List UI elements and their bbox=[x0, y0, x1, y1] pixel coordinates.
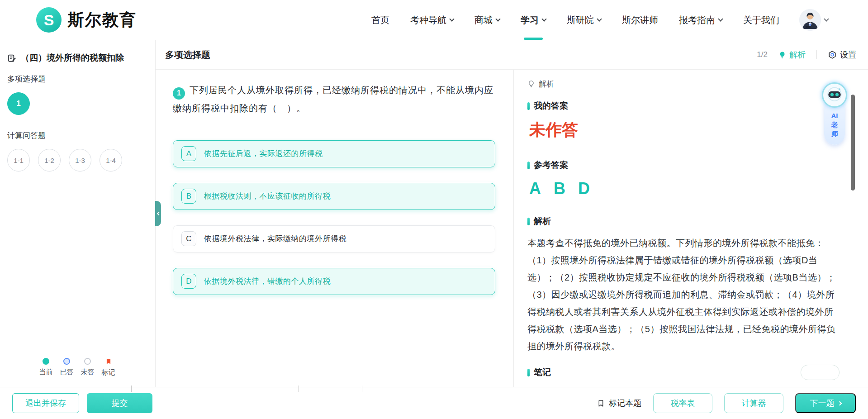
divider-tick bbox=[362, 386, 362, 392]
submit-button[interactable]: 提交 bbox=[87, 393, 152, 413]
option-d-key: D bbox=[181, 274, 196, 289]
question-circle-1-1[interactable]: 1-1 bbox=[7, 149, 30, 171]
footer-tools: 标记本题 税率表 计算器 下一题 bbox=[597, 393, 856, 413]
main-area: （四）境外所得的税额扣除 多项选择题 1 计算问答题 1-1 1-2 1-3 1… bbox=[0, 40, 868, 387]
header-tools: 1/2 解析 bbox=[757, 49, 856, 60]
question-circle-1-2[interactable]: 1-2 bbox=[38, 149, 61, 171]
analysis-header-label: 解析 bbox=[539, 79, 554, 89]
settings-hexagon-icon bbox=[828, 50, 837, 59]
chevron-down-icon bbox=[824, 16, 829, 21]
mark-question-button[interactable]: 标记本题 bbox=[597, 398, 641, 409]
sidebar-collapse-handle[interactable] bbox=[155, 201, 161, 226]
analysis-panel-header: 解析 bbox=[527, 79, 855, 89]
lightbulb-icon bbox=[778, 51, 786, 59]
nav-item-label: 报考指南 bbox=[679, 14, 715, 26]
reference-answer: B bbox=[554, 179, 565, 198]
ai-label-line: 老 bbox=[831, 120, 838, 129]
option-a[interactable]: A 依据先征后返，实际返还的所得税 bbox=[173, 140, 495, 167]
chevron-down-icon bbox=[718, 16, 723, 21]
calculator-button[interactable]: 计算器 bbox=[724, 393, 783, 413]
nav-item-about-us[interactable]: 关于我们 bbox=[743, 0, 779, 40]
option-c[interactable]: C 依据境外税法律，实际缴纳的境外所得税 bbox=[173, 225, 495, 252]
nav-item-label: 首页 bbox=[371, 14, 389, 26]
content-region: 多项选择题 1/2 解析 bbox=[156, 40, 868, 387]
option-list: A 依据先征后返，实际返还的所得税 B 根据税收法则，不应该征收的所得税 C 依… bbox=[173, 140, 495, 295]
ai-label-line: 师 bbox=[831, 129, 838, 138]
exam-practice-app: S 斯尔教育 首页 考种导航 商城 学习 斯研院 斯尔讲师 报考指南 关于我们 bbox=[0, 0, 868, 419]
question-circle-1[interactable]: 1 bbox=[7, 92, 30, 115]
reference-answer: D bbox=[578, 179, 590, 198]
analysis-toggle-button[interactable]: 解析 bbox=[778, 49, 806, 60]
next-question-button[interactable]: 下一题 bbox=[795, 393, 856, 413]
top-navbar: S 斯尔教育 首页 考种导航 商城 学习 斯研院 斯尔讲师 报考指南 关于我们 bbox=[0, 0, 868, 40]
brand-name: 斯尔教育 bbox=[68, 9, 137, 31]
nav-item-learning[interactable]: 学习 bbox=[521, 0, 546, 40]
tax-rate-table-button[interactable]: 税率表 bbox=[653, 393, 712, 413]
analysis-paragraph: 本题考查不得抵免的境外已纳税额。下列情形的境外所得税款不能抵免： bbox=[527, 234, 840, 252]
chevron-down-icon bbox=[597, 16, 602, 21]
bottom-toolbar: 退出并保存 提交 标记本题 税率表 计算器 下一题 bbox=[0, 387, 868, 419]
question-header-strip: 多项选择题 1/2 解析 bbox=[156, 40, 868, 70]
exit-and-save-button[interactable]: 退出并保存 bbox=[12, 393, 79, 413]
nav-item-research[interactable]: 斯研院 bbox=[567, 0, 601, 40]
option-d-text: 依据境外税法律，错缴的个人所得税 bbox=[204, 276, 331, 286]
nav-item-store[interactable]: 商城 bbox=[474, 0, 500, 40]
group-label-multiple-choice: 多项选择题 bbox=[7, 74, 147, 84]
question-stem: 1下列居民个人从境外取得所得，已经缴纳所得税的情况中，不能从境内应缴纳所得税中扣… bbox=[173, 81, 495, 117]
settings-button[interactable]: 设置 bbox=[828, 49, 856, 60]
legend-label: 当前 bbox=[39, 368, 53, 376]
option-c-text: 依据境外税法律，实际缴纳的境外所得税 bbox=[204, 233, 346, 244]
question-nav-sidebar: （四）境外所得的税额扣除 多项选择题 1 计算问答题 1-1 1-2 1-3 1… bbox=[0, 40, 156, 387]
reference-answer: A bbox=[529, 179, 541, 198]
nav-item-home[interactable]: 首页 bbox=[371, 0, 389, 40]
settings-label: 设置 bbox=[840, 49, 856, 60]
option-a-key: A bbox=[181, 146, 196, 161]
divider-tick bbox=[299, 386, 299, 392]
unanswered-dot-icon bbox=[84, 358, 91, 365]
legend-answered: 已答 bbox=[60, 358, 74, 377]
bookmark-outline-icon bbox=[597, 399, 605, 408]
ai-teacher-button[interactable]: AI 老 师 bbox=[822, 82, 847, 145]
analysis-toggle-label: 解析 bbox=[789, 49, 806, 60]
user-menu[interactable] bbox=[799, 9, 828, 31]
question-circle-group: 1-1 1-2 1-3 1-4 bbox=[7, 149, 147, 171]
option-a-text: 依据先征后返，实际返还的所得税 bbox=[204, 148, 323, 159]
nav-item-lecturers[interactable]: 斯尔讲师 bbox=[622, 0, 658, 40]
notes-section-title: 笔记 bbox=[527, 367, 551, 378]
legend-label: 已答 bbox=[60, 368, 74, 376]
option-b[interactable]: B 根据税收法则，不应该征收的所得税 bbox=[173, 183, 495, 210]
robot-icon bbox=[822, 82, 847, 108]
mark-question-label: 标记本题 bbox=[609, 398, 641, 409]
question-type-title: 多项选择题 bbox=[165, 49, 210, 61]
analysis-section-title: 解析 bbox=[527, 215, 855, 227]
nav-item-label: 学习 bbox=[521, 14, 539, 26]
reference-answer-section-title: 参考答案 bbox=[527, 159, 855, 171]
chevron-down-icon bbox=[495, 16, 500, 21]
chevron-left-icon bbox=[157, 212, 160, 215]
nav-item-label: 商城 bbox=[474, 14, 493, 26]
avatar bbox=[799, 9, 821, 31]
main-nav: 首页 考种导航 商城 学习 斯研院 斯尔讲师 报考指南 关于我们 bbox=[371, 0, 779, 40]
chevron-right-icon bbox=[837, 401, 842, 405]
question-circle-1-3[interactable]: 1-3 bbox=[69, 149, 91, 171]
notes-section: 笔记 bbox=[527, 365, 840, 380]
question-circle-1-4[interactable]: 1-4 bbox=[100, 149, 122, 171]
option-c-key: C bbox=[181, 231, 196, 246]
chevron-down-icon bbox=[449, 16, 454, 21]
option-d[interactable]: D 依据境外税法律，错缴的个人所得税 bbox=[173, 268, 495, 295]
legend-unanswered: 未答 bbox=[81, 358, 95, 377]
notes-action-button[interactable] bbox=[801, 365, 840, 380]
legend-label: 未答 bbox=[81, 368, 95, 376]
brand-logo-icon: S bbox=[36, 7, 62, 33]
nav-item-registration-guide[interactable]: 报考指南 bbox=[679, 0, 722, 40]
answered-dot-icon bbox=[63, 358, 70, 365]
chapter-title: （四）境外所得的税额扣除 bbox=[21, 52, 124, 64]
brand-logo[interactable]: S 斯尔教育 bbox=[36, 7, 137, 33]
nav-item-label: 斯尔讲师 bbox=[622, 14, 658, 26]
analysis-paragraph: （1）按照境外所得税法律属于错缴或错征的境外所得税税额（选项D当选）；（2）按照… bbox=[527, 252, 840, 355]
nav-item-exam-guide-nav[interactable]: 考种导航 bbox=[410, 0, 454, 40]
question-circle-group: 1 bbox=[7, 92, 147, 115]
scrollbar-thumb[interactable] bbox=[851, 95, 855, 190]
nav-item-label: 斯研院 bbox=[567, 14, 594, 26]
current-dot-icon bbox=[43, 358, 49, 365]
